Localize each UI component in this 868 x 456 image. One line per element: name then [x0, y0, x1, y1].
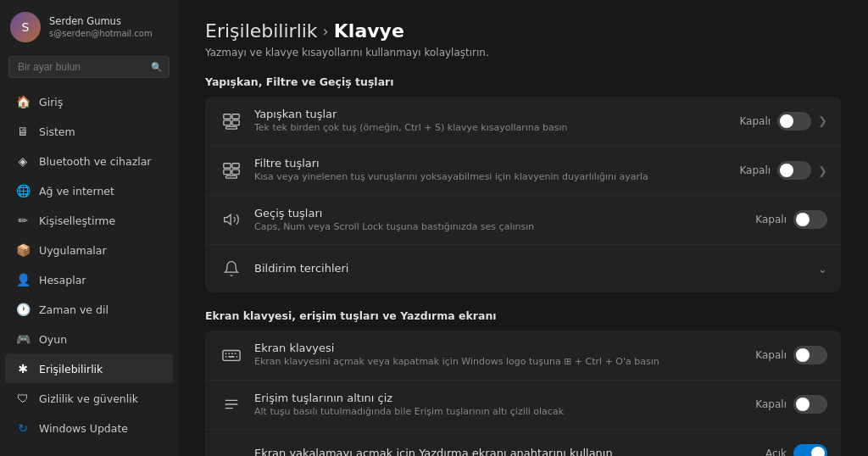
bildirim-icon: [219, 256, 244, 281]
ekranklavyesi-row: Ekran klavyesi Ekran klavyesini açmak ve…: [205, 331, 841, 380]
sidebar-item-label: Oyun: [39, 333, 67, 346]
sidebar-item-label: Giriş: [39, 96, 63, 108]
sidebar-item-bluetooth[interactable]: ◈ Bluetooth ve cihazlar: [5, 147, 173, 175]
section1-card: Yapışkan tuşlar Tek tek birden çok tuş (…: [205, 97, 841, 292]
filtre-content: Filtre tuşları Kısa veya yinelenen tuş v…: [254, 157, 729, 183]
ekranklavyesi-right: Kapalı: [755, 346, 827, 364]
system-icon: 🖥: [15, 124, 31, 139]
sidebar-item-windowsupdate[interactable]: ↻ Windows Update: [5, 414, 173, 442]
yapishkan-icon: [219, 108, 244, 134]
bildirim-title: Bildirim tercihleri: [254, 262, 808, 275]
gecis-status: Kapalı: [755, 214, 787, 225]
svg-rect-4: [226, 126, 237, 129]
gecis-content: Geçiş tuşları Caps, Num veya Scroll Lock…: [254, 207, 745, 233]
sidebar-item-label: Ağ ve internet: [39, 185, 114, 197]
gecis-desc: Caps, Num veya Scroll Lock tuşuna bastığ…: [254, 220, 745, 233]
sidebar-item-gizlilik[interactable]: 🛡 Gizlilik ve güvenlik: [5, 384, 173, 413]
toggle-knob: [780, 114, 793, 128]
breadcrumb-separator: ›: [323, 22, 329, 40]
breadcrumb-parent: Erişilebilirlik: [205, 20, 318, 42]
sidebar-profile: S Serden Gumus s@serden@hotmail.com: [0, 0, 178, 51]
erisimtuslari-title: Erişim tuşlarının altını çiz: [254, 392, 745, 404]
ekranklavyesi-toggle[interactable]: [793, 346, 827, 364]
yapishkan-toggle[interactable]: [777, 112, 811, 131]
sidebar-item-hesaplar[interactable]: 👤 Hesaplar: [5, 265, 173, 294]
sidebar-search-wrapper: 🔍: [8, 56, 170, 78]
gecis-title: Geçiş tuşları: [254, 207, 745, 220]
sidebar-item-ag[interactable]: 🌐 Ağ ve internet: [5, 176, 173, 205]
sidebar-item-label: Sistem: [39, 125, 75, 138]
avatar: S: [10, 12, 41, 42]
svg-rect-9: [226, 175, 237, 178]
yazdirma-row: Ekran yakalamayı açmak için Yazdırma ekr…: [205, 430, 841, 456]
sidebar-item-kisisellestir[interactable]: ✏️ Kişiselleştirme: [5, 206, 173, 235]
erisimtuslari-status: Kapalı: [755, 398, 787, 410]
svg-rect-3: [232, 120, 239, 125]
svg-rect-1: [232, 114, 239, 119]
sidebar-item-label: Kişiselleştirme: [39, 214, 115, 227]
chevron-right-icon: ❯: [818, 164, 827, 177]
sidebar-item-uygulamalar[interactable]: 📦 Uygulamalar: [5, 236, 173, 264]
ekranklavyesi-content: Ekran klavyesi Ekran klavyesini açmak ve…: [254, 342, 745, 368]
search-icon: 🔍: [151, 62, 163, 73]
sidebar-item-label: Erişilebilirlik: [39, 363, 103, 375]
erisimtuslari-content: Erişim tuşlarının altını çiz Alt tuşu ba…: [254, 392, 745, 418]
sidebar-item-label: Windows Update: [39, 422, 128, 435]
yapishkan-desc: Tek tek birden çok tuş (örneğin, Ctrl + …: [254, 121, 729, 134]
yapishkan-status: Kapalı: [739, 115, 771, 127]
yapishkan-row: Yapışkan tuşlar Tek tek birden çok tuş (…: [205, 97, 841, 146]
personalize-icon: ✏️: [15, 213, 31, 228]
svg-rect-8: [232, 170, 239, 175]
svg-rect-7: [224, 170, 231, 175]
ekranklavyesi-title: Ekran klavyesi: [254, 342, 745, 354]
yazdirma-title: Ekran yakalamayı açmak için Yazdırma ekr…: [254, 447, 755, 456]
filtre-desc: Kısa veya yinelenen tuş vuruşlarını yoks…: [254, 170, 729, 183]
yapishkan-title: Yapışkan tuşlar: [254, 108, 729, 120]
page-header: Erişilebilirlik › Klavye Yazmayı ve klav…: [205, 20, 841, 58]
toggle-knob: [780, 164, 793, 177]
yazdirma-status: Açık: [765, 448, 787, 456]
section2-title: Ekran klavyesi, erişim tuşları ve Yazdır…: [205, 309, 841, 322]
toggle-knob: [796, 348, 810, 362]
erisimtuslari-toggle[interactable]: [793, 395, 827, 414]
gecis-toggle[interactable]: [793, 210, 827, 229]
sidebar-item-label: Zaman ve dil: [39, 303, 108, 316]
yazdirma-icon: [219, 441, 244, 456]
sidebar-item-oyun[interactable]: 🎮 Oyun: [5, 325, 173, 353]
bildirim-row[interactable]: Bildirim tercihleri ⌄: [205, 245, 841, 292]
sidebar: S Serden Gumus s@serden@hotmail.com 🔍 🏠 …: [0, 0, 178, 456]
accounts-icon: 👤: [15, 272, 31, 287]
time-icon: 🕐: [15, 302, 31, 317]
svg-rect-11: [223, 350, 240, 360]
yapishkan-right: Kapalı ❯: [739, 112, 827, 131]
privacy-icon: 🛡: [15, 391, 31, 406]
svg-rect-0: [224, 114, 231, 119]
filtre-status: Kapalı: [739, 164, 771, 176]
profile-email: s@serden@hotmail.com: [49, 28, 153, 39]
filtre-title: Filtre tuşları: [254, 157, 729, 170]
bildirim-right: ⌄: [818, 263, 827, 275]
yazdirma-content: Ekran yakalamayı açmak için Yazdırma ekr…: [254, 447, 755, 456]
yazdirma-toggle[interactable]: [793, 444, 827, 456]
game-icon: 🎮: [15, 331, 31, 347]
sidebar-item-erisilebilirlik[interactable]: ✱ Erişilebilirlik: [5, 354, 173, 383]
section1-title: Yapışkan, Filtre ve Geçiş tuşları: [205, 75, 841, 88]
bildirim-content: Bildirim tercihleri: [254, 262, 808, 275]
svg-marker-10: [225, 215, 231, 225]
ekranklavyesi-icon: [219, 342, 244, 368]
page-subtitle: Yazmayı ve klavye kısayollarını kullanma…: [205, 47, 841, 58]
apps-icon: 📦: [15, 242, 31, 258]
search-input[interactable]: [8, 56, 170, 78]
toggle-knob: [811, 447, 825, 456]
sidebar-item-sistem[interactable]: 🖥 Sistem: [5, 117, 173, 146]
sidebar-item-giris[interactable]: 🏠 Giriş: [5, 87, 173, 116]
sidebar-item-label: Bluetooth ve cihazlar: [39, 155, 151, 168]
svg-rect-5: [224, 164, 231, 169]
sidebar-item-zaman[interactable]: 🕐 Zaman ve dil: [5, 295, 173, 324]
ekranklavyesi-status: Kapalı: [755, 349, 787, 361]
filtre-toggle[interactable]: [777, 161, 811, 180]
filtre-icon: [219, 158, 244, 183]
breadcrumb-current: Klavye: [334, 20, 404, 42]
yapishkan-content: Yapışkan tuşlar Tek tek birden çok tuş (…: [254, 108, 729, 134]
profile-name: Serden Gumus: [49, 15, 153, 28]
